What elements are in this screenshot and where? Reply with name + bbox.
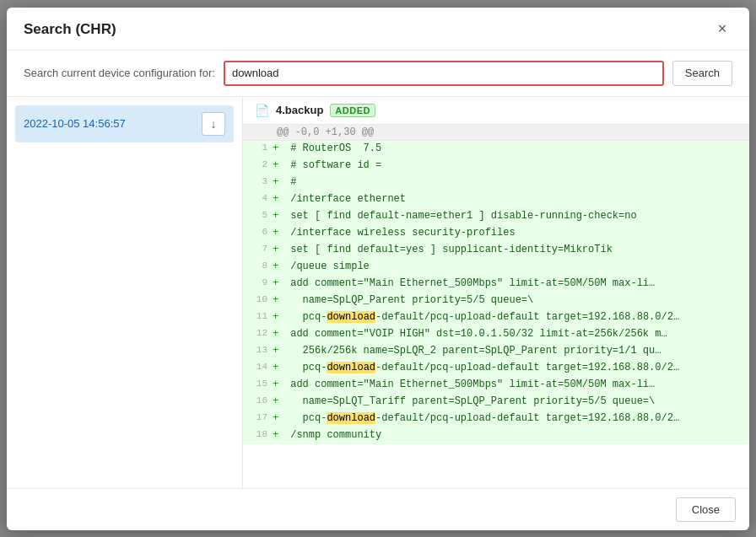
diff-line: 10 + name=SpLQP_Parent priority=5/5 queu… (243, 293, 749, 309)
search-button[interactable]: Search (672, 61, 732, 86)
diff-line: 7 + set [ find default=yes ] supplicant-… (243, 242, 749, 259)
diff-meta-line: @@ -0,0 +1,30 @@ (243, 125, 749, 141)
backup-date: 2022-10-05 14:56:57 (24, 117, 126, 130)
diff-header: 📄 4.backup ADDED (243, 97, 749, 125)
diff-line: 4 + /interface ethernet (243, 191, 749, 208)
close-footer-button[interactable]: Close (676, 497, 736, 522)
diff-line: 12 + add comment="VOIP HIGH" dst=10.0.1.… (243, 326, 749, 343)
highlight-download: download (327, 311, 375, 323)
file-name: 4.backup (276, 104, 323, 116)
modal-header: Search (CHR) × (7, 8, 749, 51)
modal-title: Search (CHR) (24, 21, 116, 38)
search-modal: Search (CHR) × Search current device con… (7, 8, 749, 530)
diff-line: 8 + /queue simple (243, 259, 749, 276)
diff-line: 1 + # RouterOS 7.5 (243, 141, 749, 158)
diff-line: 15 + add comment="Main Ethernet_500Mbps"… (243, 377, 749, 394)
modal-footer: Close (7, 488, 749, 530)
sidebar: 2022-10-05 14:56:57 ↓ (7, 97, 243, 488)
main-content: 2022-10-05 14:56:57 ↓ 📄 4.backup ADDED @… (7, 97, 749, 488)
added-badge: ADDED (330, 104, 375, 117)
diff-line: 17 + pcq-download-default/pcq-upload-def… (243, 411, 749, 427)
diff-view: 📄 4.backup ADDED @@ -0,0 +1,30 @@ 1 + # … (243, 97, 749, 488)
diff-line: 9 + add comment="Main Ethernet_500Mbps" … (243, 276, 749, 293)
close-icon[interactable]: × (712, 19, 732, 40)
highlight-download: download (327, 362, 375, 373)
diff-line: 6 + /interface wireless security-profile… (243, 225, 749, 242)
search-input[interactable] (224, 61, 664, 86)
diff-line: 18 + /snmp community (243, 427, 749, 444)
diff-line: 2 + # software id = (243, 158, 749, 175)
search-label: Search current device configuration for: (24, 67, 215, 79)
diff-line: 5 + set [ find default-name=ether1 ] dis… (243, 208, 749, 225)
backup-item[interactable]: 2022-10-05 14:56:57 ↓ (15, 105, 234, 142)
download-button[interactable]: ↓ (202, 112, 225, 136)
file-icon: 📄 (255, 104, 269, 117)
search-bar: Search current device configuration for:… (7, 51, 749, 97)
diff-line: 13 + 256k/256k name=SpLQR_2 parent=SpLQP… (243, 343, 749, 360)
highlight-download: download (327, 412, 375, 424)
diff-line: 11 + pcq-download-default/pcq-upload-def… (243, 309, 749, 326)
diff-line: 16 + name=SpLQT_Tariff parent=SpLQP_Pare… (243, 394, 749, 411)
diff-line: 3 + # (243, 175, 749, 191)
diff-line: 14 + pcq-download-default/pcq-upload-def… (243, 360, 749, 377)
diff-body[interactable]: @@ -0,0 +1,30 @@ 1 + # RouterOS 7.5 2 + … (243, 125, 749, 488)
